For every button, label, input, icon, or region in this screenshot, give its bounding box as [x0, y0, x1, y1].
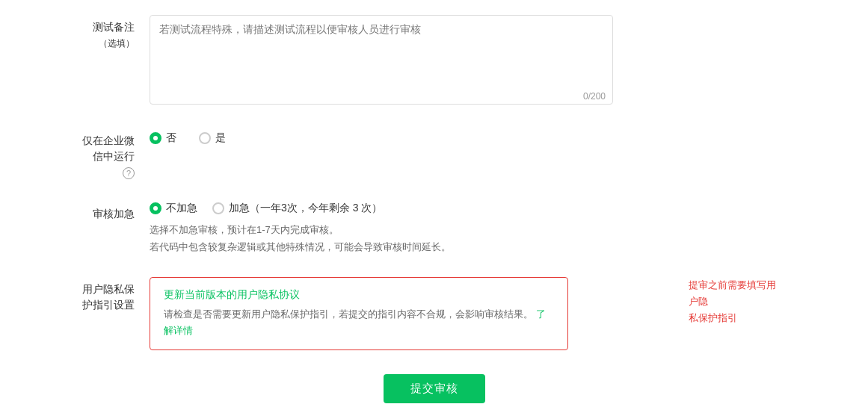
privacy-title: 更新当前版本的用户隐私协议	[164, 288, 554, 302]
remark-content: 0/200	[150, 15, 613, 108]
remark-row: 测试备注 （选填） 0/200	[60, 15, 808, 108]
page-container: 测试备注 （选填） 0/200 仅在企业微 信中运行 ?	[0, 0, 868, 407]
enterprise-wechat-help-icon[interactable]: ?	[123, 167, 135, 179]
privacy-content: 更新当前版本的用户隐私协议 请检查是否需要更新用户隐私保护指引，若提交的指引内容…	[150, 277, 613, 350]
privacy-box: 更新当前版本的用户隐私协议 请检查是否需要更新用户隐私保护指引，若提交的指引内容…	[150, 277, 568, 350]
enterprise-wechat-yes-option[interactable]: 是	[199, 131, 226, 145]
enterprise-wechat-content: 否 是	[150, 128, 613, 145]
enterprise-wechat-label: 仅在企业微 信中运行 ?	[60, 128, 150, 181]
enterprise-wechat-no-option[interactable]: 否	[150, 131, 176, 145]
remark-label: 测试备注 （选填）	[60, 15, 150, 51]
privacy-row: 用户隐私保 护指引设置 更新当前版本的用户隐私协议 请检查是否需要更新用户隐私保…	[60, 277, 808, 350]
urgent-normal-option[interactable]: 不加急	[150, 202, 197, 215]
urgent-hint: 选择不加急审核，预计在1-7天内完成审核。 若代码中包含较复杂逻辑或其他特殊情况…	[150, 221, 613, 256]
privacy-note: 提审之前需要填写用户隐 私保护指引	[689, 277, 778, 326]
urgent-urgent-radio[interactable]	[212, 202, 224, 214]
urgent-urgent-option[interactable]: 加急（一年3次，今年剩余 3 次）	[212, 202, 382, 215]
urgent-normal-radio[interactable]	[150, 202, 161, 214]
urgent-radio-row: 不加急 加急（一年3次，今年剩余 3 次）	[150, 202, 613, 215]
enterprise-wechat-row: 仅在企业微 信中运行 ? 否 是	[60, 128, 808, 181]
remark-textarea[interactable]	[150, 15, 613, 105]
urgent-review-content: 不加急 加急（一年3次，今年剩余 3 次） 选择不加急审核，预计在1-7天内完成…	[150, 202, 613, 256]
enterprise-wechat-no-radio[interactable]	[150, 132, 161, 144]
form-section: 测试备注 （选填） 0/200 仅在企业微 信中运行 ?	[0, 15, 868, 403]
privacy-link[interactable]: 更新当前版本的用户隐私协议	[164, 288, 300, 300]
privacy-desc: 请检查是否需要更新用户隐私保护指引，若提交的指引内容不合规，会影响审核结果。 了…	[164, 306, 554, 339]
urgent-review-row: 审核加急 不加急 加急（一年3次，今年剩余 3 次）	[60, 202, 808, 256]
urgent-row-content: 不加急 加急（一年3次，今年剩余 3 次） 选择不加急审核，预计在1-7天内完成…	[150, 202, 613, 256]
enterprise-wechat-yes-radio[interactable]	[199, 132, 211, 144]
textarea-wrapper: 0/200	[150, 15, 613, 108]
textarea-count: 0/200	[583, 91, 606, 102]
submit-button[interactable]: 提交审核	[384, 374, 485, 403]
privacy-label: 用户隐私保 护指引设置	[60, 277, 150, 313]
submit-row: 提交审核	[60, 374, 808, 403]
urgent-review-label: 审核加急	[60, 202, 150, 222]
enterprise-wechat-radio-group: 否 是	[150, 128, 613, 145]
